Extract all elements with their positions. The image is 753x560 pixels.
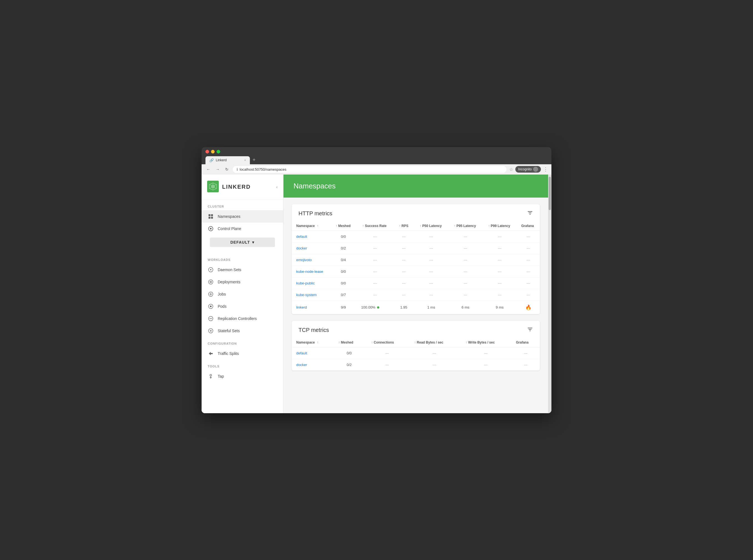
sidebar-item-jobs[interactable]: Jobs (201, 288, 283, 300)
tab-close-button[interactable]: × (244, 158, 246, 162)
http-p95-cell-3: --- (448, 265, 483, 277)
svg-point-18 (210, 282, 211, 282)
namespaces-label: Namespaces (218, 214, 240, 219)
svg-rect-12 (211, 217, 213, 219)
tcp-namespace-link-0[interactable]: default (296, 351, 307, 355)
sidebar-item-namespaces[interactable]: Namespaces (201, 211, 283, 223)
tcp-col-connections: ↑ Connections (366, 338, 409, 347)
replication-controllers-label: Replication Controllers (218, 316, 257, 321)
http-grafana-cell-4: --- (517, 277, 540, 289)
deployments-icon (208, 279, 214, 285)
sidebar-item-traffic-splits[interactable]: Traffic Splits (201, 347, 283, 360)
sidebar: LINKERD ‹ CLUSTER Namespaces Control Pla… (201, 175, 284, 413)
namespace-selector[interactable]: DEFAULT ▾ (210, 238, 275, 247)
reload-button[interactable]: ↻ (224, 166, 230, 172)
namespace-link-5[interactable]: kube-system (296, 293, 317, 297)
namespace-link-1[interactable]: docker (296, 246, 307, 250)
http-p99-cell-4: --- (483, 277, 517, 289)
http-meshed-cell-1: 0/2 (330, 242, 357, 254)
tcp-namespace-sort-icon[interactable]: ↑ (317, 340, 318, 344)
tcp-read-cell-1: --- (409, 359, 460, 371)
sidebar-item-control-plane[interactable]: Control Plane (201, 223, 283, 235)
col-grafana: Grafana (517, 221, 540, 231)
http-success-cell-6: 100.00% (357, 301, 393, 314)
http-p99-cell-0: --- (483, 231, 517, 242)
http-table-row: linkerd9/9100.00%1.951 ms6 ms9 ms🔥 (292, 301, 540, 314)
namespace-link-3[interactable]: kube-node-lease (296, 269, 323, 274)
namespace-link-4[interactable]: kube-public (296, 281, 315, 285)
sidebar-item-pods[interactable]: Pods (201, 300, 283, 313)
sidebar-collapse-button[interactable]: ‹ (276, 184, 278, 189)
http-success-cell-3: --- (357, 265, 393, 277)
namespace-link-0[interactable]: default (296, 235, 307, 239)
back-button[interactable]: ← (205, 166, 212, 172)
http-p50-cell-2: --- (414, 254, 448, 265)
http-namespace-cell-1: docker (292, 242, 330, 254)
http-rps-cell-3: --- (393, 265, 414, 277)
sidebar-item-deployments[interactable]: Deployments (201, 276, 283, 288)
http-meshed-cell-5: 0/7 (330, 289, 357, 301)
http-grafana-cell-5: --- (517, 289, 540, 301)
success-rate-text: 100.00% (361, 305, 375, 309)
tcp-grafana-cell-1: --- (511, 359, 540, 371)
namespace-link-6[interactable]: linkerd (296, 305, 307, 309)
stateful-sets-icon (208, 328, 214, 334)
tcp-metrics-card: TCP metrics Namespace ↑ (292, 321, 540, 371)
incognito-label: Incognito (518, 167, 532, 171)
sidebar-item-replication-controllers[interactable]: Replication Controllers (201, 313, 283, 325)
success-green-dot (377, 306, 379, 308)
close-traffic-light[interactable] (206, 150, 209, 154)
configuration-section-label: CONFIGURATION (201, 337, 283, 347)
tcp-namespace-link-1[interactable]: docker (296, 363, 307, 367)
namespace-sort-icon[interactable]: ↑ (317, 224, 318, 228)
browser-actions: ☆ Incognito ⋮ (509, 166, 548, 173)
http-meshed-cell-6: 9/9 (330, 301, 357, 314)
http-rps-cell-0: --- (393, 231, 414, 242)
new-tab-button[interactable]: + (250, 157, 258, 164)
http-meshed-cell-2: 0/4 (330, 254, 357, 265)
http-table-row: emojivoto0/4------------------ (292, 254, 540, 265)
browser-menu-icon[interactable]: ⋮ (543, 166, 548, 172)
http-filter-icon[interactable] (527, 210, 533, 217)
tcp-meshed-cell-1: 0/2 (333, 359, 365, 371)
traffic-splits-icon (208, 351, 214, 357)
svg-rect-10 (211, 214, 213, 216)
svg-point-23 (210, 305, 212, 307)
maximize-traffic-light[interactable] (216, 150, 220, 154)
bookmark-icon[interactable]: ☆ (509, 167, 513, 172)
sidebar-item-tap[interactable]: Tap (201, 370, 283, 382)
scrollbar-thumb[interactable] (549, 177, 551, 210)
svg-rect-11 (209, 217, 210, 219)
sidebar-item-stateful-sets[interactable]: Stateful Sets (201, 325, 283, 337)
pods-label: Pods (218, 304, 227, 308)
active-tab[interactable]: 🔗 Linkerd × (206, 156, 250, 164)
replication-controllers-icon (208, 316, 214, 322)
http-grafana-cell-6: 🔥 (517, 301, 540, 314)
http-rps-cell-6: 1.95 (393, 301, 414, 314)
address-bar[interactable]: ℹ localhost:50750/namespaces (233, 166, 506, 173)
namespace-link-2[interactable]: emojivoto (296, 258, 312, 262)
sidebar-item-daemon-sets[interactable]: Daemon Sets (201, 264, 283, 276)
tcp-namespace-cell-0: default (292, 347, 333, 359)
col-rps: ↑ RPS (393, 221, 414, 231)
http-table-row: kube-system0/7------------------ (292, 289, 540, 301)
logo-text: LINKERD (222, 184, 251, 190)
tcp-grafana-cell-0: --- (511, 347, 540, 359)
namespaces-icon (208, 214, 214, 220)
http-table-header-row: Namespace ↑ ↑ Meshed ↑ S (292, 221, 540, 231)
tcp-metrics-table: Namespace ↑ ↑ Meshed ↑ C (292, 338, 540, 371)
http-rps-cell-1: --- (393, 242, 414, 254)
http-metrics-card: HTTP metrics Namespace ↑ (292, 204, 540, 314)
minimize-traffic-light[interactable] (211, 150, 215, 154)
forward-button[interactable]: → (214, 166, 221, 172)
http-table-row: kube-public0/0------------------ (292, 277, 540, 289)
tcp-table-header-row: Namespace ↑ ↑ Meshed ↑ C (292, 338, 540, 347)
http-rps-cell-2: --- (393, 254, 414, 265)
tcp-filter-icon[interactable] (527, 326, 533, 334)
tcp-namespace-cell-1: docker (292, 359, 333, 371)
grafana-icon-6[interactable]: 🔥 (525, 305, 532, 310)
http-p50-cell-0: --- (414, 231, 448, 242)
deployments-label: Deployments (218, 280, 240, 284)
scrollbar[interactable] (548, 175, 552, 413)
http-p95-cell-0: --- (448, 231, 483, 242)
